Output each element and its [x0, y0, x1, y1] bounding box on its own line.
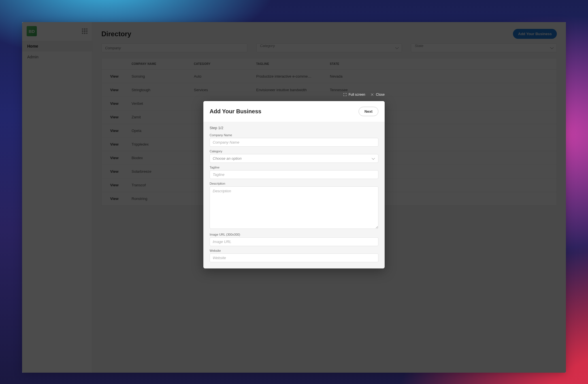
company-name-input[interactable]	[210, 138, 378, 147]
next-button[interactable]: Next	[359, 107, 378, 116]
label-description: Description	[210, 182, 378, 185]
description-textarea[interactable]	[210, 186, 378, 229]
step-indicator: Step 1/2	[210, 126, 378, 130]
label-company-name: Company Name	[210, 133, 378, 137]
close-icon	[370, 93, 374, 97]
close-label: Close	[376, 93, 385, 97]
label-tagline: Tagline	[210, 166, 378, 169]
label-category: Category	[210, 150, 378, 153]
modal-title: Add Your Business	[210, 108, 261, 115]
modal-wrap: Full screen Close Add Your Business Next…	[203, 101, 385, 268]
close-button[interactable]: Close	[370, 93, 385, 97]
add-business-modal: Add Your Business Next Step 1/2 Company …	[203, 101, 385, 268]
tagline-input[interactable]	[210, 170, 378, 179]
fullscreen-icon	[343, 93, 347, 97]
category-select[interactable]: Choose an option	[210, 154, 378, 163]
image-url-input[interactable]	[210, 237, 378, 246]
modal-window-controls: Full screen Close	[343, 93, 385, 97]
fullscreen-label: Full screen	[349, 93, 365, 97]
label-image-url: Image URL (300x300)	[210, 233, 378, 236]
fullscreen-button[interactable]: Full screen	[343, 93, 365, 97]
modal-header: Add Your Business Next	[203, 101, 385, 122]
label-website: Website	[210, 249, 378, 252]
modal-body: Step 1/2 Company Name Category Choose an…	[203, 122, 385, 268]
website-input[interactable]	[210, 253, 378, 262]
